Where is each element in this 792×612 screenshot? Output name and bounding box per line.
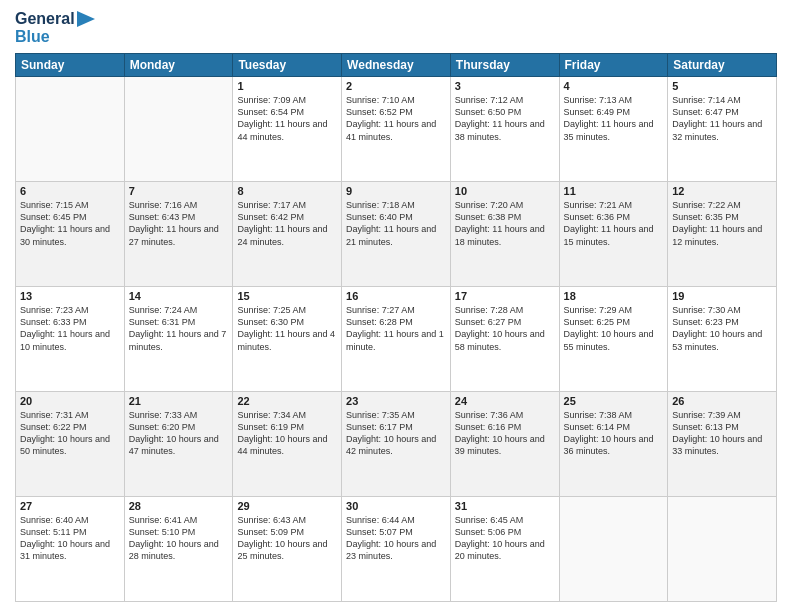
day-number: 7: [129, 185, 229, 197]
calendar-cell: 24Sunrise: 7:36 AM Sunset: 6:16 PM Dayli…: [450, 392, 559, 497]
calendar-cell: 25Sunrise: 7:38 AM Sunset: 6:14 PM Dayli…: [559, 392, 668, 497]
day-number: 29: [237, 500, 337, 512]
calendar-week-row: 20Sunrise: 7:31 AM Sunset: 6:22 PM Dayli…: [16, 392, 777, 497]
day-info: Sunrise: 7:20 AM Sunset: 6:38 PM Dayligh…: [455, 199, 555, 248]
col-header-sunday: Sunday: [16, 54, 125, 77]
calendar-cell: 29Sunrise: 6:43 AM Sunset: 5:09 PM Dayli…: [233, 497, 342, 602]
calendar-cell: 6Sunrise: 7:15 AM Sunset: 6:45 PM Daylig…: [16, 182, 125, 287]
col-header-thursday: Thursday: [450, 54, 559, 77]
calendar-cell: 14Sunrise: 7:24 AM Sunset: 6:31 PM Dayli…: [124, 287, 233, 392]
day-number: 6: [20, 185, 120, 197]
day-number: 25: [564, 395, 664, 407]
day-info: Sunrise: 7:27 AM Sunset: 6:28 PM Dayligh…: [346, 304, 446, 353]
day-info: Sunrise: 7:15 AM Sunset: 6:45 PM Dayligh…: [20, 199, 120, 248]
calendar-week-row: 27Sunrise: 6:40 AM Sunset: 5:11 PM Dayli…: [16, 497, 777, 602]
calendar-cell: [16, 77, 125, 182]
calendar-cell: 8Sunrise: 7:17 AM Sunset: 6:42 PM Daylig…: [233, 182, 342, 287]
day-info: Sunrise: 6:43 AM Sunset: 5:09 PM Dayligh…: [237, 514, 337, 563]
day-number: 14: [129, 290, 229, 302]
col-header-saturday: Saturday: [668, 54, 777, 77]
calendar-cell: 27Sunrise: 6:40 AM Sunset: 5:11 PM Dayli…: [16, 497, 125, 602]
calendar-cell: 1Sunrise: 7:09 AM Sunset: 6:54 PM Daylig…: [233, 77, 342, 182]
day-info: Sunrise: 6:45 AM Sunset: 5:06 PM Dayligh…: [455, 514, 555, 563]
day-number: 1: [237, 80, 337, 92]
day-info: Sunrise: 7:38 AM Sunset: 6:14 PM Dayligh…: [564, 409, 664, 458]
day-info: Sunrise: 7:39 AM Sunset: 6:13 PM Dayligh…: [672, 409, 772, 458]
calendar-cell: [668, 497, 777, 602]
day-number: 27: [20, 500, 120, 512]
calendar-cell: 21Sunrise: 7:33 AM Sunset: 6:20 PM Dayli…: [124, 392, 233, 497]
day-info: Sunrise: 7:17 AM Sunset: 6:42 PM Dayligh…: [237, 199, 337, 248]
calendar-cell: 26Sunrise: 7:39 AM Sunset: 6:13 PM Dayli…: [668, 392, 777, 497]
calendar-table: SundayMondayTuesdayWednesdayThursdayFrid…: [15, 53, 777, 602]
day-number: 15: [237, 290, 337, 302]
day-number: 16: [346, 290, 446, 302]
day-number: 22: [237, 395, 337, 407]
day-number: 28: [129, 500, 229, 512]
logo-general-text: General: [15, 10, 75, 28]
day-info: Sunrise: 7:23 AM Sunset: 6:33 PM Dayligh…: [20, 304, 120, 353]
calendar-cell: [559, 497, 668, 602]
day-info: Sunrise: 7:28 AM Sunset: 6:27 PM Dayligh…: [455, 304, 555, 353]
day-info: Sunrise: 6:44 AM Sunset: 5:07 PM Dayligh…: [346, 514, 446, 563]
day-number: 10: [455, 185, 555, 197]
calendar-cell: 30Sunrise: 6:44 AM Sunset: 5:07 PM Dayli…: [342, 497, 451, 602]
calendar-cell: 19Sunrise: 7:30 AM Sunset: 6:23 PM Dayli…: [668, 287, 777, 392]
day-info: Sunrise: 6:40 AM Sunset: 5:11 PM Dayligh…: [20, 514, 120, 563]
day-number: 11: [564, 185, 664, 197]
day-info: Sunrise: 7:12 AM Sunset: 6:50 PM Dayligh…: [455, 94, 555, 143]
day-info: Sunrise: 7:09 AM Sunset: 6:54 PM Dayligh…: [237, 94, 337, 143]
day-info: Sunrise: 7:33 AM Sunset: 6:20 PM Dayligh…: [129, 409, 229, 458]
logo-blue-text: Blue: [15, 28, 50, 45]
day-info: Sunrise: 7:25 AM Sunset: 6:30 PM Dayligh…: [237, 304, 337, 353]
calendar-cell: 15Sunrise: 7:25 AM Sunset: 6:30 PM Dayli…: [233, 287, 342, 392]
col-header-wednesday: Wednesday: [342, 54, 451, 77]
calendar-cell: 17Sunrise: 7:28 AM Sunset: 6:27 PM Dayli…: [450, 287, 559, 392]
day-info: Sunrise: 7:30 AM Sunset: 6:23 PM Dayligh…: [672, 304, 772, 353]
day-info: Sunrise: 7:18 AM Sunset: 6:40 PM Dayligh…: [346, 199, 446, 248]
day-info: Sunrise: 7:13 AM Sunset: 6:49 PM Dayligh…: [564, 94, 664, 143]
day-number: 19: [672, 290, 772, 302]
calendar-week-row: 6Sunrise: 7:15 AM Sunset: 6:45 PM Daylig…: [16, 182, 777, 287]
calendar-header-row: SundayMondayTuesdayWednesdayThursdayFrid…: [16, 54, 777, 77]
day-info: Sunrise: 7:34 AM Sunset: 6:19 PM Dayligh…: [237, 409, 337, 458]
calendar-week-row: 1Sunrise: 7:09 AM Sunset: 6:54 PM Daylig…: [16, 77, 777, 182]
day-number: 23: [346, 395, 446, 407]
day-number: 5: [672, 80, 772, 92]
day-info: Sunrise: 7:22 AM Sunset: 6:35 PM Dayligh…: [672, 199, 772, 248]
day-number: 3: [455, 80, 555, 92]
calendar-cell: 18Sunrise: 7:29 AM Sunset: 6:25 PM Dayli…: [559, 287, 668, 392]
calendar-cell: 23Sunrise: 7:35 AM Sunset: 6:17 PM Dayli…: [342, 392, 451, 497]
day-number: 18: [564, 290, 664, 302]
col-header-friday: Friday: [559, 54, 668, 77]
calendar-cell: 2Sunrise: 7:10 AM Sunset: 6:52 PM Daylig…: [342, 77, 451, 182]
day-number: 9: [346, 185, 446, 197]
day-number: 31: [455, 500, 555, 512]
col-header-tuesday: Tuesday: [233, 54, 342, 77]
calendar-cell: 28Sunrise: 6:41 AM Sunset: 5:10 PM Dayli…: [124, 497, 233, 602]
svg-marker-0: [77, 11, 95, 27]
calendar-cell: 4Sunrise: 7:13 AM Sunset: 6:49 PM Daylig…: [559, 77, 668, 182]
day-info: Sunrise: 6:41 AM Sunset: 5:10 PM Dayligh…: [129, 514, 229, 563]
day-number: 13: [20, 290, 120, 302]
day-info: Sunrise: 7:36 AM Sunset: 6:16 PM Dayligh…: [455, 409, 555, 458]
calendar-cell: 13Sunrise: 7:23 AM Sunset: 6:33 PM Dayli…: [16, 287, 125, 392]
calendar-cell: 5Sunrise: 7:14 AM Sunset: 6:47 PM Daylig…: [668, 77, 777, 182]
logo-arrow-icon: [77, 11, 95, 27]
calendar-cell: 20Sunrise: 7:31 AM Sunset: 6:22 PM Dayli…: [16, 392, 125, 497]
page: GeneralBlue SundayMondayTuesdayWednesday…: [0, 0, 792, 612]
day-info: Sunrise: 7:29 AM Sunset: 6:25 PM Dayligh…: [564, 304, 664, 353]
day-number: 26: [672, 395, 772, 407]
day-info: Sunrise: 7:35 AM Sunset: 6:17 PM Dayligh…: [346, 409, 446, 458]
calendar-cell: 31Sunrise: 6:45 AM Sunset: 5:06 PM Dayli…: [450, 497, 559, 602]
day-info: Sunrise: 7:24 AM Sunset: 6:31 PM Dayligh…: [129, 304, 229, 353]
day-number: 8: [237, 185, 337, 197]
day-number: 30: [346, 500, 446, 512]
day-number: 17: [455, 290, 555, 302]
day-number: 2: [346, 80, 446, 92]
day-info: Sunrise: 7:21 AM Sunset: 6:36 PM Dayligh…: [564, 199, 664, 248]
calendar-cell: 3Sunrise: 7:12 AM Sunset: 6:50 PM Daylig…: [450, 77, 559, 182]
calendar-cell: 10Sunrise: 7:20 AM Sunset: 6:38 PM Dayli…: [450, 182, 559, 287]
day-info: Sunrise: 7:10 AM Sunset: 6:52 PM Dayligh…: [346, 94, 446, 143]
calendar-cell: 22Sunrise: 7:34 AM Sunset: 6:19 PM Dayli…: [233, 392, 342, 497]
